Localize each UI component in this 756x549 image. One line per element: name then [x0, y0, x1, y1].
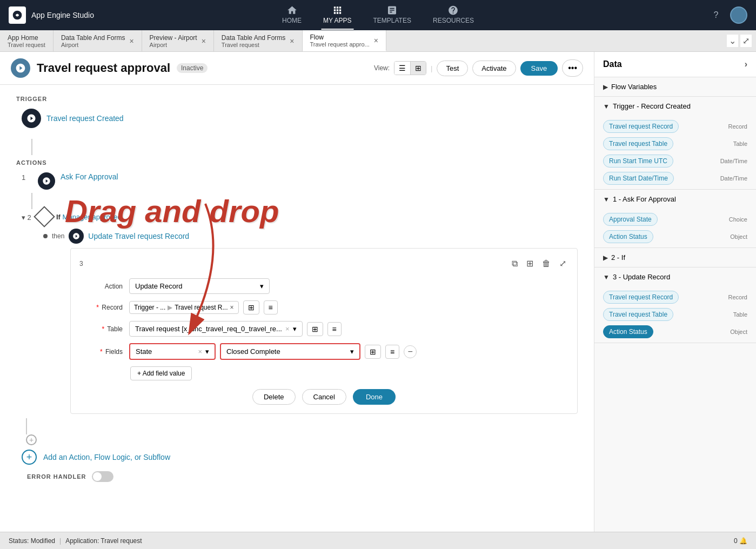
pill-run-start-datetime[interactable]: Run Start Date/Time: [603, 172, 674, 185]
3-update-label: 3 - Update Record: [613, 273, 670, 281]
table-set-button-2[interactable]: ≡: [327, 322, 342, 336]
add-action-label[interactable]: Add an Action, Flow Logic, or Subflow: [43, 453, 170, 461]
2-if-header[interactable]: ▶ 2 - If: [594, 248, 756, 267]
action-name-1[interactable]: Ask For Approval: [61, 172, 118, 181]
field-value-dropdown[interactable]: ▾: [350, 347, 354, 356]
pill-run-start-utc[interactable]: Run Start Time UTC: [603, 155, 673, 168]
nav-resources[interactable]: RESOURCES: [431, 1, 476, 30]
if-condition[interactable]: Manager approved: [63, 213, 122, 221]
tabs-expand-button[interactable]: ⤢: [740, 35, 752, 47]
tab-flow[interactable]: Flow Travel request appro... ×: [303, 30, 386, 51]
pill-action-status-1[interactable]: Action Status: [603, 230, 653, 243]
connector-plus: +: [26, 434, 37, 445]
pill-3-travel-request-record[interactable]: Travel request Record: [603, 291, 679, 304]
view-grid-btn[interactable]: ⊞: [411, 62, 426, 75]
tab-data-table[interactable]: Data Table And Forms Airport ×: [53, 30, 142, 51]
tab-preview[interactable]: Preview - Airport Airport ×: [142, 30, 214, 51]
trigger-name[interactable]: Travel request Created: [46, 114, 124, 123]
delete-action-button[interactable]: 🗑: [540, 257, 553, 270]
flow-variables-header[interactable]: ▶ Flow Variables: [594, 77, 756, 96]
action-form-buttons: ⧉ ⊞ 🗑 ⤢: [510, 257, 568, 270]
table-select[interactable]: Travel request [x_snc_travel_req_0_trave…: [129, 321, 303, 337]
pill-travel-request-record[interactable]: Travel request Record: [603, 120, 679, 133]
view-toggle: View: ☰ ⊞ | Test Activate Save •••: [374, 59, 583, 77]
type-3-action-status: Object: [730, 329, 747, 335]
tab-app-home[interactable]: App Home Travel request: [0, 30, 53, 51]
type-3-travel-request-record: Record: [728, 294, 747, 300]
done-button[interactable]: Done: [353, 389, 396, 405]
help-icon[interactable]: ?: [708, 8, 724, 23]
trigger-section-header[interactable]: ▼ Trigger - Record Created: [594, 97, 756, 116]
record-set-button-1[interactable]: ⊞: [243, 300, 259, 314]
panel-item-approval-state: Approval State Choice: [603, 213, 747, 226]
if-diamond-icon: [34, 206, 55, 227]
field-set-button-1[interactable]: ⊞: [365, 345, 381, 359]
flow-logo-icon: [11, 58, 30, 78]
pill-approval-state[interactable]: Approval State: [603, 213, 658, 226]
panel-section-3-update: ▼ 3 - Update Record Travel request Recor…: [594, 267, 756, 343]
record-set-button-2[interactable]: ≡: [264, 300, 278, 314]
pill-3-action-status[interactable]: Action Status: [603, 325, 653, 338]
field-set-button-2[interactable]: ≡: [385, 345, 399, 359]
form-action-buttons: Delete Cancel Done: [79, 389, 568, 405]
pill-travel-request-table[interactable]: Travel request Table: [603, 137, 673, 150]
field-value-input[interactable]: Closed Complete ▾: [220, 343, 360, 360]
nav-home[interactable]: HOME: [280, 1, 304, 30]
panel-section-trigger: ▼ Trigger - Record Created Travel reques…: [594, 97, 756, 190]
tab-close-flow[interactable]: ×: [374, 37, 378, 44]
action-num-1: 1: [22, 172, 32, 182]
tab-close-data-table-2[interactable]: ×: [290, 37, 294, 45]
copy-action-button[interactable]: ⧉: [510, 257, 520, 270]
panel-chevron-icon[interactable]: ›: [745, 59, 747, 69]
then-block: then Update Travel request Record 3 ⧉: [16, 229, 578, 414]
record-pill[interactable]: Trigger - ... ▶ Travel request R... ×: [129, 301, 239, 314]
tab-close-data-table[interactable]: ×: [129, 37, 133, 45]
duplicate-action-button[interactable]: ⊞: [524, 257, 536, 270]
activate-button[interactable]: Activate: [472, 61, 516, 76]
2-if-toggle: ▶: [603, 254, 608, 262]
tab-nav-buttons: ⌄ ⤢: [722, 30, 756, 51]
view-list-btn[interactable]: ☰: [394, 62, 411, 75]
field-name-dropdown[interactable]: ▾: [205, 347, 209, 356]
save-button[interactable]: Save: [520, 61, 558, 76]
3-update-header[interactable]: ▼ 3 - Update Record: [594, 267, 756, 286]
tabs-overflow-button[interactable]: ⌄: [727, 35, 738, 47]
table-set-button-1[interactable]: ⊞: [307, 322, 323, 336]
action-select[interactable]: Update Record ▾: [129, 278, 270, 294]
action-icon-3: [69, 229, 84, 244]
add-action-circle[interactable]: +: [22, 450, 37, 465]
flow-title: Travel request approval: [37, 61, 170, 75]
nav-templates[interactable]: TEMPLATES: [371, 1, 413, 30]
table-x-icon: ×: [285, 325, 290, 333]
add-action-row: + Add an Action, Flow Logic, or Subflow: [16, 450, 578, 465]
actions-label: ACTIONS: [16, 159, 578, 166]
ask-approval-header[interactable]: ▼ 1 - Ask For Approval: [594, 190, 756, 209]
delete-button[interactable]: Delete: [252, 389, 296, 405]
error-toggle[interactable]: [92, 471, 113, 482]
field-name-input[interactable]: State × ▾: [129, 343, 216, 360]
nav-my-apps[interactable]: MY APPS: [321, 1, 353, 30]
panel-item-run-start-datetime: Run Start Date/Time Date/Time: [603, 172, 747, 185]
action-name-3[interactable]: Update Travel request Record: [88, 232, 189, 240]
action-form-header: 3 ⧉ ⊞ 🗑 ⤢: [79, 257, 568, 270]
remove-field-button[interactable]: −: [404, 345, 417, 358]
tab-data-table-2[interactable]: Data Table And Forms Travel request ×: [214, 30, 303, 51]
pill-3-travel-request-table[interactable]: Travel request Table: [603, 308, 673, 321]
action-label: Action: [79, 283, 123, 290]
panel-section-flow-variables: ▶ Flow Variables: [594, 77, 756, 97]
panel-item-travel-table: Travel request Table Table: [603, 137, 747, 150]
connector-line-3: [26, 418, 27, 434]
add-field-button[interactable]: + Add field value: [130, 366, 192, 380]
flow-content: Drag and drop TRIGGER: [0, 85, 594, 499]
status-modified: Status: Modified: [9, 537, 55, 545]
test-button[interactable]: Test: [437, 61, 468, 76]
record-pill-close[interactable]: ×: [230, 304, 234, 311]
user-avatar[interactable]: [730, 6, 747, 24]
more-options-button[interactable]: •••: [562, 59, 583, 77]
cancel-button[interactable]: Cancel: [302, 389, 346, 405]
field-name-x[interactable]: ×: [198, 347, 202, 356]
table-dropdown-icon: ▾: [293, 325, 297, 333]
main-area: Travel request approval Inactive View: ☰…: [0, 52, 756, 532]
expand-action-button[interactable]: ⤢: [557, 257, 568, 270]
tab-close-preview[interactable]: ×: [202, 37, 206, 45]
